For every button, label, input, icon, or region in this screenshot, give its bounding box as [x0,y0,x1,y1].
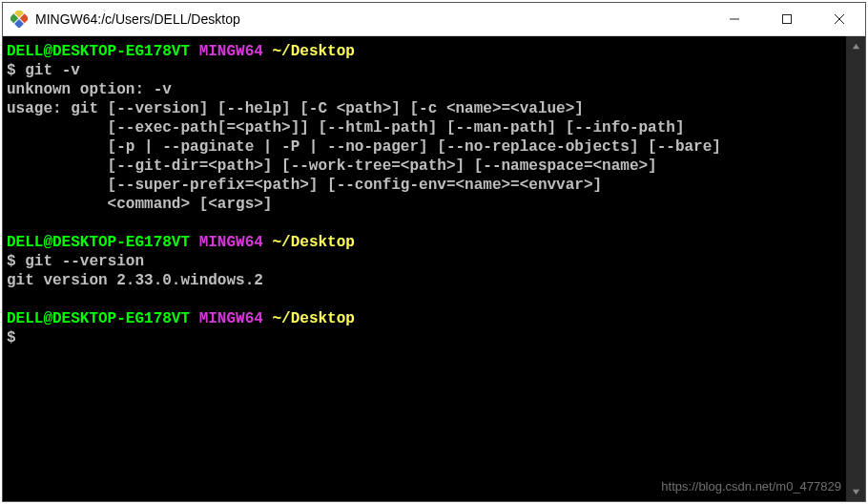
output-line: [--exec-path[=<path>]] [--html-path] [--… [7,119,685,136]
prompt-sigil: $ [7,62,16,79]
prompt-sigil: $ [7,253,16,270]
terminal-content[interactable]: DELL@DESKTOP-EG178VT MINGW64 ~/Desktop $… [3,36,846,501]
prompt-cwd: ~/Desktop [272,234,354,251]
app-icon [10,10,28,28]
prompt-sigil: $ [7,329,16,346]
prompt-user-host: DELL@DESKTOP-EG178VT [7,234,190,251]
prompt-env: MINGW64 [199,234,263,251]
prompt-env: MINGW64 [199,43,263,60]
scroll-up-icon[interactable] [846,36,865,55]
titlebar: MINGW64:/c/Users/DELL/Desktop [3,3,865,36]
output-line: <command> [<args>] [7,196,272,213]
minimize-button[interactable] [708,3,760,35]
scroll-down-icon[interactable] [846,482,865,501]
command-text: git --version [25,253,144,270]
svg-marker-9 [852,489,858,494]
terminal-window: MINGW64:/c/Users/DELL/Desktop DELL@DESKT… [2,2,866,502]
window-title: MINGW64:/c/Users/DELL/Desktop [35,11,708,27]
svg-marker-8 [852,43,858,48]
output-line: unknown option: -v [7,81,172,98]
output-line: [--super-prefix=<path>] [--config-env=<n… [7,177,602,194]
close-button[interactable] [813,3,865,35]
output-line: [--git-dir=<path>] [--work-tree=<path>] … [7,158,657,175]
output-line: [-p | --paginate | -P | --no-pager] [--n… [7,138,721,156]
maximize-button[interactable] [760,3,813,35]
prompt-cwd: ~/Desktop [272,310,354,327]
svg-rect-5 [782,15,791,24]
terminal-body: DELL@DESKTOP-EG178VT MINGW64 ~/Desktop $… [3,36,865,501]
scrollbar[interactable] [846,36,865,501]
prompt-user-host: DELL@DESKTOP-EG178VT [7,43,190,60]
prompt-cwd: ~/Desktop [272,43,354,60]
window-controls [708,3,865,35]
command-text: git -v [25,62,80,79]
prompt-env: MINGW64 [199,310,263,327]
output-line: usage: git [--version] [--help] [-C <pat… [7,100,584,117]
output-line: git version 2.33.0.windows.2 [7,272,263,289]
prompt-user-host: DELL@DESKTOP-EG178VT [7,310,190,327]
